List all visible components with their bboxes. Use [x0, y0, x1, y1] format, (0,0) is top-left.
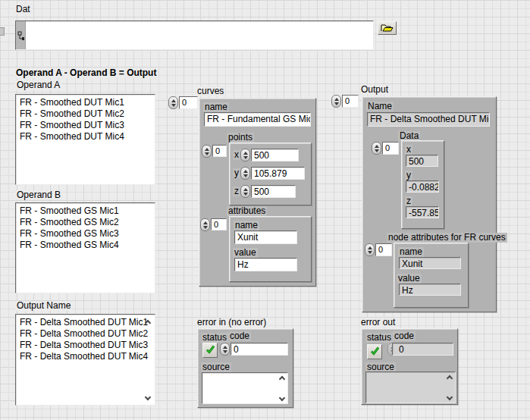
- error-in-code-field[interactable]: 0: [231, 343, 288, 356]
- attributes-index-spinner[interactable]: [200, 218, 210, 231]
- error-in-status-button[interactable]: [202, 343, 218, 358]
- data-x-label: x: [405, 145, 412, 155]
- attributes-label: attributes: [227, 206, 267, 216]
- list-item: FR - Smoothed GS Mic1: [20, 205, 151, 217]
- curves-label: curves: [196, 86, 225, 96]
- operand-b-label: Operand B: [15, 190, 62, 200]
- node-attributes-index-spinner[interactable]: [365, 243, 375, 256]
- list-item: FR - Smoothed GS Mic2: [20, 217, 151, 228]
- error-in-status-label: status: [201, 333, 228, 343]
- error-in-source-field[interactable]: [202, 372, 288, 404]
- node-attr-value-field: Hz: [399, 284, 461, 296]
- node-attr-name-label: name: [398, 247, 424, 257]
- curve-name-field[interactable]: FR - Fundamental GS Mic1: [204, 112, 311, 127]
- curves-index-value[interactable]: 0: [179, 96, 198, 109]
- output-name-listbox[interactable]: FR - Delta Smoothed DUT Mic1 FR - Delta …: [15, 314, 155, 406]
- list-item: FR - Smoothed GS Mic4: [20, 240, 151, 251]
- points-index-spinner[interactable]: [202, 145, 212, 158]
- list-item: FR - Delta Smoothed DUT Mic2: [20, 328, 151, 340]
- check-icon: [205, 343, 215, 357]
- error-out-source-field: [365, 371, 456, 403]
- error-in-code-spinner[interactable]: [220, 343, 230, 356]
- data-y-label: y: [405, 171, 412, 180]
- data-index-spinner[interactable]: [372, 142, 381, 155]
- data-z-label: z: [405, 196, 412, 206]
- node-attr-value-label: value: [397, 274, 422, 284]
- operand-b-listbox[interactable]: FR - Smoothed GS Mic1 FR - Smoothed GS M…: [15, 202, 155, 293]
- list-item: FR - Smoothed DUT Mic1: [20, 97, 151, 108]
- point-y-label: y: [233, 168, 240, 178]
- data-y-field: -0.08823: [406, 180, 439, 193]
- points-index-value[interactable]: 0: [212, 145, 227, 157]
- error-out-status-label: status: [365, 333, 393, 343]
- point-y-field[interactable]: 105.879: [251, 167, 305, 180]
- error-out-label: error out: [359, 318, 397, 328]
- attribute-name-field[interactable]: Xunit: [234, 230, 297, 244]
- list-item: FR - Smoothed DUT Mic2: [20, 108, 151, 120]
- output-index-spinner[interactable]: [331, 95, 341, 108]
- error-in-label: error in (no error): [196, 318, 268, 328]
- point-z-spinner[interactable]: [240, 185, 250, 198]
- curve-name-label: name: [203, 102, 229, 112]
- error-out-code-label: code: [393, 331, 416, 341]
- operand-a-listbox[interactable]: FR - Smoothed DUT Mic1 FR - Smoothed DUT…: [15, 94, 155, 185]
- output-index-value[interactable]: 0: [342, 95, 359, 108]
- point-x-label: x: [233, 150, 240, 160]
- check-icon: [370, 345, 380, 359]
- output-name-field-label: Name: [366, 102, 394, 111]
- path-input[interactable]: [15, 20, 374, 50]
- attributes-index-value[interactable]: 0: [211, 218, 227, 230]
- section-heading: Operand A - Operand B = Output: [14, 68, 158, 78]
- data-z-field: -557.857: [406, 206, 439, 218]
- point-z-field[interactable]: 500: [251, 185, 296, 198]
- node-attr-name-field: Xunit: [399, 257, 461, 269]
- node-attributes-label: node attributes for FR curves: [387, 233, 507, 243]
- point-x-spinner[interactable]: [240, 149, 250, 161]
- point-x-field[interactable]: 500: [251, 149, 299, 161]
- list-item: FR - Smoothed DUT Mic4: [20, 131, 151, 143]
- list-item: FR - Smoothed GS Mic3: [20, 228, 151, 240]
- list-item: FR - Delta Smoothed DUT Mic1: [20, 317, 151, 328]
- open-folder-icon: [381, 21, 394, 35]
- point-y-spinner[interactable]: [240, 167, 250, 180]
- operand-a-label: Operand A: [15, 80, 61, 90]
- point-z-label: z: [233, 186, 240, 196]
- points-label: points: [227, 133, 254, 143]
- curves-index-spinner[interactable]: [168, 96, 178, 109]
- browse-button[interactable]: [378, 21, 397, 35]
- output-label: Output: [359, 85, 390, 95]
- labview-front-panel: { "colors":{"status_ok_green":"#1da11d",…: [0, 0, 530, 420]
- error-in-source-label: source: [201, 362, 231, 372]
- attribute-value-label: value: [233, 248, 258, 258]
- path-control-label: Dat: [14, 5, 32, 14]
- attribute-name-label: name: [234, 221, 259, 230]
- path-symbol-icon: [17, 31, 25, 44]
- data-x-field: 500: [406, 155, 438, 167]
- error-out-status-indicator: [367, 344, 382, 359]
- error-in-code-label: code: [228, 331, 251, 341]
- output-name-label: Output Name: [15, 301, 72, 311]
- attribute-value-field[interactable]: Hz: [234, 258, 297, 271]
- error-out-code-field: 0: [392, 343, 453, 356]
- data-index-value[interactable]: 0: [382, 142, 399, 155]
- list-item: FR - Delta Smoothed DUT Mic4: [20, 351, 151, 362]
- output-name-field: FR - Delta Smoothed DUT Mic1: [367, 112, 490, 127]
- panel-edge-decoration: [0, 27, 5, 36]
- list-item: FR - Delta Smoothed DUT Mic3: [20, 340, 151, 351]
- node-attributes-index-value[interactable]: 0: [375, 243, 392, 256]
- list-item: FR - Smoothed DUT Mic3: [20, 120, 151, 131]
